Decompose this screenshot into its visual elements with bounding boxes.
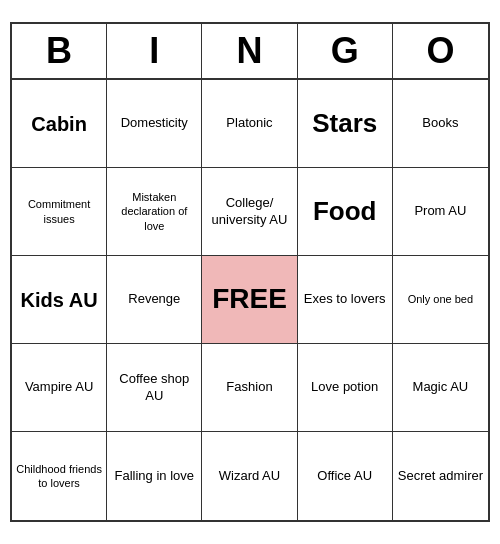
bingo-cell: Magic AU	[393, 344, 488, 432]
bingo-cell: Mistaken declaration of love	[107, 168, 202, 256]
bingo-header: BINGO	[12, 24, 488, 80]
bingo-cell: Revenge	[107, 256, 202, 344]
bingo-cell: Cabin	[12, 80, 107, 168]
bingo-cell: Commitment issues	[12, 168, 107, 256]
bingo-cell: Kids AU	[12, 256, 107, 344]
header-letter: N	[202, 24, 297, 78]
header-letter: I	[107, 24, 202, 78]
bingo-cell: Only one bed	[393, 256, 488, 344]
bingo-cell: Domesticity	[107, 80, 202, 168]
bingo-cell: Office AU	[298, 432, 393, 520]
bingo-cell: Falling in love	[107, 432, 202, 520]
header-letter: B	[12, 24, 107, 78]
bingo-cell: Wizard AU	[202, 432, 297, 520]
bingo-cell: Prom AU	[393, 168, 488, 256]
bingo-cell: Stars	[298, 80, 393, 168]
bingo-cell: Coffee shop AU	[107, 344, 202, 432]
bingo-cell: Secret admirer	[393, 432, 488, 520]
bingo-cell: Childhood friends to lovers	[12, 432, 107, 520]
bingo-cell: College/ university AU	[202, 168, 297, 256]
bingo-cell: Platonic	[202, 80, 297, 168]
bingo-cell: Exes to lovers	[298, 256, 393, 344]
bingo-grid: CabinDomesticityPlatonicStarsBooksCommit…	[12, 80, 488, 520]
header-letter: O	[393, 24, 488, 78]
bingo-cell: Love potion	[298, 344, 393, 432]
bingo-cell: Food	[298, 168, 393, 256]
bingo-cell: Fashion	[202, 344, 297, 432]
bingo-card: BINGO CabinDomesticityPlatonicStarsBooks…	[10, 22, 490, 522]
header-letter: G	[298, 24, 393, 78]
bingo-cell: Vampire AU	[12, 344, 107, 432]
bingo-cell: Books	[393, 80, 488, 168]
bingo-cell: FREE	[202, 256, 297, 344]
